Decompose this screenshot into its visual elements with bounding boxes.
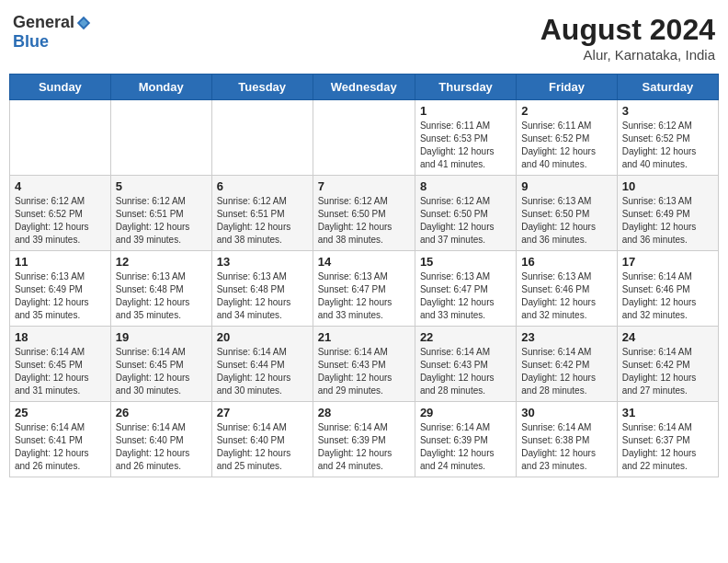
- calendar-cell: 11Sunrise: 6:13 AM Sunset: 6:49 PM Dayli…: [10, 251, 111, 327]
- calendar-cell: 7Sunrise: 6:12 AM Sunset: 6:50 PM Daylig…: [313, 176, 415, 251]
- day-number: 23: [521, 330, 611, 344]
- calendar-cell: 26Sunrise: 6:14 AM Sunset: 6:40 PM Dayli…: [110, 402, 211, 477]
- calendar-cell: 9Sunrise: 6:13 AM Sunset: 6:50 PM Daylig…: [517, 176, 617, 251]
- day-info: Sunrise: 6:12 AM Sunset: 6:52 PM Dayligh…: [622, 120, 713, 171]
- calendar-cell: 13Sunrise: 6:13 AM Sunset: 6:48 PM Dayli…: [211, 251, 313, 327]
- logo: General Blue: [13, 13, 92, 52]
- day-info: Sunrise: 6:14 AM Sunset: 6:40 PM Dayligh…: [116, 421, 207, 473]
- weekday-header-monday: Monday: [110, 75, 211, 100]
- day-number: 3: [622, 104, 713, 118]
- calendar-cell: 1Sunrise: 6:11 AM Sunset: 6:53 PM Daylig…: [415, 100, 516, 176]
- calendar-week-4: 18Sunrise: 6:14 AM Sunset: 6:45 PM Dayli…: [10, 327, 719, 402]
- calendar-cell: 12Sunrise: 6:13 AM Sunset: 6:48 PM Dayli…: [110, 251, 211, 327]
- day-number: 5: [116, 179, 207, 193]
- calendar-cell: [110, 100, 211, 176]
- day-number: 12: [116, 255, 207, 269]
- weekday-header-friday: Friday: [517, 75, 617, 100]
- day-info: Sunrise: 6:12 AM Sunset: 6:51 PM Dayligh…: [116, 195, 207, 247]
- month-year-title: August 2024: [540, 13, 715, 47]
- day-info: Sunrise: 6:14 AM Sunset: 6:43 PM Dayligh…: [420, 346, 511, 397]
- day-number: 29: [420, 406, 511, 419]
- day-number: 13: [217, 255, 308, 269]
- day-number: 17: [622, 255, 713, 269]
- day-number: 14: [318, 255, 410, 269]
- day-info: Sunrise: 6:14 AM Sunset: 6:42 PM Dayligh…: [521, 346, 611, 397]
- calendar-cell: 23Sunrise: 6:14 AM Sunset: 6:42 PM Dayli…: [517, 327, 617, 402]
- weekday-header-thursday: Thursday: [415, 75, 516, 100]
- day-number: 25: [15, 406, 106, 419]
- calendar-cell: 28Sunrise: 6:14 AM Sunset: 6:39 PM Dayli…: [313, 402, 415, 477]
- title-section: August 2024 Alur, Karnataka, India: [540, 13, 715, 63]
- day-info: Sunrise: 6:13 AM Sunset: 6:47 PM Dayligh…: [318, 270, 410, 322]
- day-number: 15: [420, 255, 511, 269]
- day-number: 20: [217, 330, 308, 344]
- calendar-cell: 31Sunrise: 6:14 AM Sunset: 6:37 PM Dayli…: [617, 402, 718, 477]
- day-info: Sunrise: 6:14 AM Sunset: 6:41 PM Dayligh…: [15, 421, 106, 473]
- day-info: Sunrise: 6:13 AM Sunset: 6:48 PM Dayligh…: [116, 270, 207, 322]
- day-info: Sunrise: 6:12 AM Sunset: 6:52 PM Dayligh…: [15, 195, 106, 247]
- day-info: Sunrise: 6:12 AM Sunset: 6:50 PM Dayligh…: [318, 195, 410, 247]
- weekday-header-sunday: Sunday: [10, 75, 111, 100]
- day-number: 30: [521, 406, 611, 419]
- day-info: Sunrise: 6:14 AM Sunset: 6:39 PM Dayligh…: [318, 421, 410, 473]
- weekday-header-saturday: Saturday: [617, 75, 718, 100]
- day-number: 1: [420, 104, 511, 118]
- calendar-week-5: 25Sunrise: 6:14 AM Sunset: 6:41 PM Dayli…: [10, 402, 719, 477]
- calendar-cell: 20Sunrise: 6:14 AM Sunset: 6:44 PM Dayli…: [211, 327, 313, 402]
- weekday-header-wednesday: Wednesday: [313, 75, 415, 100]
- calendar-cell: 16Sunrise: 6:13 AM Sunset: 6:46 PM Dayli…: [517, 251, 617, 327]
- calendar-week-1: 1Sunrise: 6:11 AM Sunset: 6:53 PM Daylig…: [10, 100, 719, 176]
- day-number: 16: [521, 255, 611, 269]
- day-number: 26: [116, 406, 207, 419]
- day-number: 6: [217, 179, 308, 193]
- calendar-cell: [313, 100, 415, 176]
- calendar-cell: 4Sunrise: 6:12 AM Sunset: 6:52 PM Daylig…: [10, 176, 111, 251]
- calendar-cell: 2Sunrise: 6:11 AM Sunset: 6:52 PM Daylig…: [517, 100, 617, 176]
- calendar-week-3: 11Sunrise: 6:13 AM Sunset: 6:49 PM Dayli…: [10, 251, 719, 327]
- day-info: Sunrise: 6:13 AM Sunset: 6:48 PM Dayligh…: [217, 270, 308, 322]
- day-number: 10: [622, 179, 713, 193]
- day-info: Sunrise: 6:13 AM Sunset: 6:46 PM Dayligh…: [521, 270, 611, 322]
- weekday-header-row: SundayMondayTuesdayWednesdayThursdayFrid…: [10, 75, 719, 100]
- day-number: 28: [318, 406, 410, 419]
- calendar-cell: 25Sunrise: 6:14 AM Sunset: 6:41 PM Dayli…: [10, 402, 111, 477]
- calendar-cell: 17Sunrise: 6:14 AM Sunset: 6:46 PM Dayli…: [617, 251, 718, 327]
- day-info: Sunrise: 6:14 AM Sunset: 6:40 PM Dayligh…: [217, 421, 308, 473]
- day-info: Sunrise: 6:13 AM Sunset: 6:50 PM Dayligh…: [521, 195, 611, 247]
- day-number: 22: [420, 330, 511, 344]
- logo-general-text: General: [13, 13, 74, 32]
- day-info: Sunrise: 6:13 AM Sunset: 6:47 PM Dayligh…: [420, 270, 511, 322]
- day-number: 4: [15, 179, 106, 193]
- day-info: Sunrise: 6:14 AM Sunset: 6:43 PM Dayligh…: [318, 346, 410, 397]
- calendar-cell: 21Sunrise: 6:14 AM Sunset: 6:43 PM Dayli…: [313, 327, 415, 402]
- day-number: 24: [622, 330, 713, 344]
- day-number: 8: [420, 179, 511, 193]
- calendar-cell: 27Sunrise: 6:14 AM Sunset: 6:40 PM Dayli…: [211, 402, 313, 477]
- day-number: 19: [116, 330, 207, 344]
- day-info: Sunrise: 6:11 AM Sunset: 6:52 PM Dayligh…: [521, 120, 611, 171]
- day-info: Sunrise: 6:13 AM Sunset: 6:49 PM Dayligh…: [622, 195, 713, 247]
- day-info: Sunrise: 6:14 AM Sunset: 6:39 PM Dayligh…: [420, 421, 511, 473]
- day-number: 7: [318, 179, 410, 193]
- day-number: 21: [318, 330, 410, 344]
- calendar-week-2: 4Sunrise: 6:12 AM Sunset: 6:52 PM Daylig…: [10, 176, 719, 251]
- day-number: 9: [521, 179, 611, 193]
- calendar-cell: 8Sunrise: 6:12 AM Sunset: 6:50 PM Daylig…: [415, 176, 516, 251]
- calendar-cell: 15Sunrise: 6:13 AM Sunset: 6:47 PM Dayli…: [415, 251, 516, 327]
- calendar-cell: 29Sunrise: 6:14 AM Sunset: 6:39 PM Dayli…: [415, 402, 516, 477]
- day-info: Sunrise: 6:12 AM Sunset: 6:51 PM Dayligh…: [217, 195, 308, 247]
- day-info: Sunrise: 6:14 AM Sunset: 6:42 PM Dayligh…: [622, 346, 713, 397]
- calendar-cell: [211, 100, 313, 176]
- calendar-cell: 18Sunrise: 6:14 AM Sunset: 6:45 PM Dayli…: [10, 327, 111, 402]
- day-number: 27: [217, 406, 308, 419]
- logo-icon: [75, 15, 92, 31]
- calendar-cell: 19Sunrise: 6:14 AM Sunset: 6:45 PM Dayli…: [110, 327, 211, 402]
- day-info: Sunrise: 6:14 AM Sunset: 6:37 PM Dayligh…: [622, 421, 713, 473]
- calendar-cell: 6Sunrise: 6:12 AM Sunset: 6:51 PM Daylig…: [211, 176, 313, 251]
- day-info: Sunrise: 6:14 AM Sunset: 6:38 PM Dayligh…: [521, 421, 611, 473]
- calendar-cell: 24Sunrise: 6:14 AM Sunset: 6:42 PM Dayli…: [617, 327, 718, 402]
- day-info: Sunrise: 6:13 AM Sunset: 6:49 PM Dayligh…: [15, 270, 106, 322]
- day-number: 2: [521, 104, 611, 118]
- day-info: Sunrise: 6:14 AM Sunset: 6:44 PM Dayligh…: [217, 346, 308, 397]
- logo-blue-text: Blue: [13, 32, 49, 51]
